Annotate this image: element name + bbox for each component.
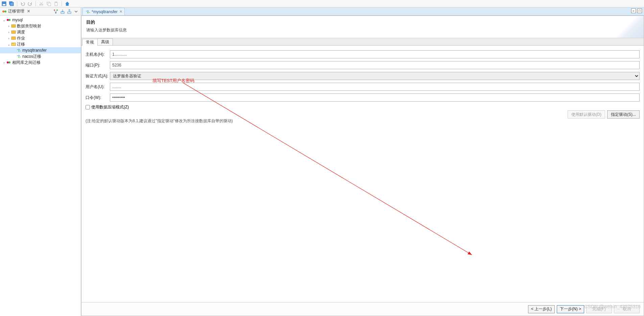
- home-icon[interactable]: [65, 1, 70, 6]
- sidebar-view-close-icon[interactable]: ✕: [27, 9, 30, 14]
- svg-line-6: [40, 2, 43, 5]
- svg-point-12: [2, 10, 4, 12]
- svg-point-22: [8, 19, 10, 21]
- svg-rect-1: [3, 4, 5, 5]
- save-all-icon[interactable]: [9, 1, 14, 6]
- svg-line-7: [40, 2, 42, 5]
- tab-close-icon[interactable]: ✕: [119, 9, 122, 14]
- tree-node-nacos[interactable]: nacos迁移: [0, 53, 81, 59]
- svg-rect-19: [61, 12, 64, 14]
- wizard-header: 目的 请输入达梦数据库信息: [81, 16, 644, 38]
- port-input[interactable]: [110, 61, 640, 69]
- password-input[interactable]: [110, 94, 640, 102]
- compress-label: 使用数据压缩模式(Z): [91, 104, 129, 110]
- transfer-icon: [86, 10, 90, 14]
- export-icon[interactable]: [67, 9, 72, 14]
- sidebar-title: 迁移管理: [8, 8, 24, 14]
- undo-icon[interactable]: [20, 1, 25, 6]
- svg-rect-9: [48, 3, 51, 6]
- wizard-footer: < 上一步(L) 下一步(N) > 完成(F) 取消: [81, 302, 644, 316]
- svg-point-13: [4, 10, 6, 12]
- editor-area: *mysqltransfer ✕ ‒ □ 目的 请输入达梦数据库信息 常规 高级…: [81, 7, 644, 316]
- copy-icon[interactable]: [46, 1, 51, 6]
- wizard-title: 目的: [86, 19, 639, 25]
- save-icon[interactable]: [1, 1, 7, 6]
- host-input[interactable]: [110, 50, 640, 58]
- tree-node-samedb[interactable]: › 相同库之间迁移: [0, 59, 81, 65]
- svg-rect-11: [55, 2, 57, 3]
- password-label: 口令(W):: [86, 95, 110, 101]
- sub-tabs: 常规 高级: [81, 38, 644, 46]
- transfer-icon: [16, 54, 22, 59]
- sidebar: 迁移管理 ✕ ⌄ mysql › 数据类型映射 ›: [0, 7, 81, 316]
- tree: ⌄ mysql › 数据类型映射 › 调度 › 作业 ⌄: [0, 16, 81, 67]
- editor-minimize-icon[interactable]: ‒: [631, 8, 636, 13]
- tree-nodes-icon[interactable]: [53, 9, 58, 14]
- use-default-driver-button[interactable]: 使用默认驱动(D): [568, 110, 605, 119]
- cancel-button[interactable]: 取消: [614, 305, 640, 313]
- transfer-icon: [16, 48, 22, 53]
- cut-icon[interactable]: [39, 1, 44, 6]
- tree-node-mysql[interactable]: ⌄ mysql: [0, 17, 81, 23]
- tree-node-jobs[interactable]: › 作业: [0, 35, 81, 41]
- editor-tab-mysqltransfer[interactable]: *mysqltransfer ✕: [82, 8, 125, 15]
- prev-button[interactable]: < 上一步(L): [528, 305, 555, 313]
- svg-rect-25: [11, 37, 16, 40]
- tree-node-schedule[interactable]: › 调度: [0, 29, 81, 35]
- tree-node-migration[interactable]: ⌄ 迁移: [0, 41, 81, 47]
- username-input[interactable]: [110, 83, 640, 91]
- tree-node-datatype-mapping[interactable]: › 数据类型映射: [0, 23, 81, 29]
- header-decoration: [617, 16, 644, 38]
- host-label: 主机名(H):: [86, 52, 110, 57]
- sub-tab-general[interactable]: 常规: [82, 39, 98, 46]
- import-icon[interactable]: [60, 9, 65, 14]
- redo-icon[interactable]: [27, 1, 33, 6]
- sub-tab-advanced[interactable]: 高级: [97, 38, 113, 45]
- migration-mgmt-icon: [2, 9, 7, 14]
- auth-label: 验证方式(A):: [86, 73, 110, 79]
- tree-node-mysqltransfer[interactable]: mysqltransfer: [0, 47, 81, 53]
- svg-line-17: [54, 10, 56, 13]
- finish-button[interactable]: 完成(F): [586, 305, 612, 313]
- wizard-subtitle: 请输入达梦数据库信息: [86, 27, 639, 33]
- auth-select[interactable]: 达梦服务器验证: [110, 72, 640, 80]
- sidebar-header: 迁移管理 ✕: [0, 7, 81, 16]
- editor-maximize-icon[interactable]: □: [637, 8, 642, 13]
- app-toolbar: [0, 0, 644, 7]
- editor-tab-label: *mysqltransfer: [92, 9, 118, 14]
- svg-rect-27: [11, 43, 14, 44]
- svg-line-18: [56, 10, 57, 13]
- form-area: 主机名(H): 端口(P): 验证方式(A): 达梦服务器验证 用户名(U): …: [81, 46, 644, 302]
- driver-note: (注:给定的默认驱动版本为8.1,建议通过"指定驱动"修改为所连接数据库自带的驱…: [86, 118, 640, 124]
- wizard-page: 目的 请输入达梦数据库信息 常规 高级 主机名(H): 端口(P): 验证方式(: [81, 16, 644, 316]
- svg-rect-3: [10, 2, 14, 6]
- svg-rect-24: [11, 31, 16, 33]
- compress-checkbox[interactable]: [86, 105, 90, 109]
- svg-marker-31: [468, 252, 472, 255]
- paste-icon[interactable]: [53, 1, 59, 6]
- editor-tabs: *mysqltransfer ✕ ‒ □: [81, 7, 644, 16]
- port-label: 端口(P):: [86, 62, 110, 68]
- specify-driver-button[interactable]: 指定驱动(S)...: [607, 110, 640, 119]
- svg-rect-23: [11, 25, 16, 27]
- next-button[interactable]: 下一步(N) >: [557, 305, 584, 313]
- user-label: 用户名(U):: [86, 84, 110, 90]
- svg-point-29: [8, 61, 10, 63]
- view-menu-icon[interactable]: [73, 9, 79, 14]
